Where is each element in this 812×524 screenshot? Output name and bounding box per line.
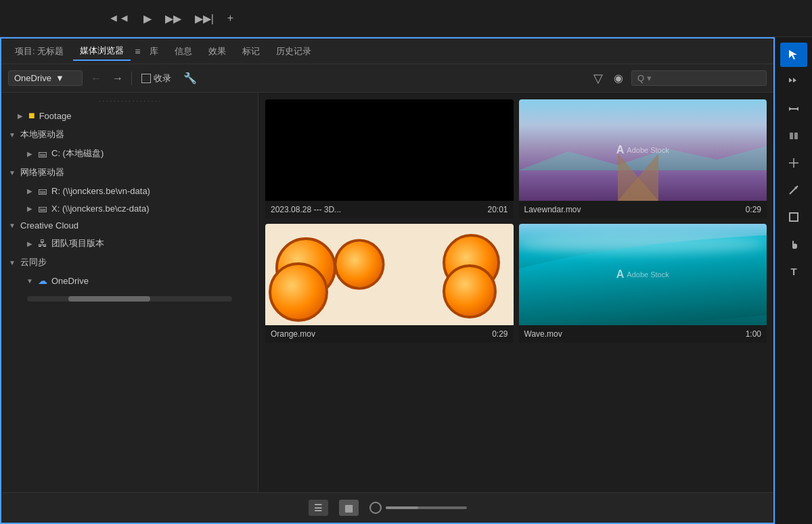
next-button[interactable]: ▶▶|	[195, 12, 214, 25]
onedrive-label: OneDrive	[51, 276, 251, 286]
local-drives-arrow-icon: ▼	[8, 131, 16, 139]
tool-ripple-edit[interactable]	[780, 97, 807, 121]
grid-view-button[interactable]: ▦	[339, 500, 359, 516]
video4-duration: 1:00	[746, 329, 761, 339]
sidebar-item-network-drives[interactable]: ▼ 网络驱动器	[1, 163, 258, 182]
thumbnail-item-video3[interactable]: Orange.mov 0:29	[265, 224, 514, 343]
back-button[interactable]: ←	[88, 71, 104, 86]
sidebar-item-c-drive[interactable]: ▶ 🖴 C: (本地磁盘)	[1, 144, 258, 163]
wave-foam	[519, 234, 767, 254]
thumbnail-meta-video4: Wave.mov 1:00	[519, 325, 767, 343]
content-area: · · · · · · · · · · · · · · · · · ▶ ■ Fo…	[1, 93, 773, 492]
sidebar-item-x-drive[interactable]: ▶ 🖴 X: (\\jonckers.be\cz-data)	[1, 199, 258, 217]
network-drives-arrow-icon: ▼	[8, 169, 16, 176]
svg-marker-5	[796, 107, 798, 111]
sidebar-item-local-drives[interactable]: ▼ 本地驱动器	[1, 125, 258, 144]
tab-history[interactable]: 历史记录	[269, 43, 318, 60]
right-toolbar: T	[775, 37, 812, 524]
rewind-button[interactable]: ◄◄	[108, 12, 130, 24]
list-view-button[interactable]: ☰	[309, 500, 328, 516]
select-icon	[788, 49, 800, 61]
type-icon: T	[790, 266, 796, 277]
forward-button[interactable]: →	[110, 71, 126, 86]
scroll-indicator: · · · · · · · · · · · · · · · · ·	[1, 96, 258, 106]
orange-circle-3	[269, 262, 328, 322]
rolling-edit-icon	[788, 130, 800, 142]
tool-type[interactable]: T	[780, 259, 807, 283]
add-button[interactable]: +	[227, 12, 233, 24]
bottom-bar: ☰ ▦	[1, 492, 773, 523]
svg-rect-6	[790, 133, 793, 139]
size-slider[interactable]	[386, 506, 467, 509]
thumbnail-image-video2: A Adobe Stock	[519, 99, 767, 201]
record-label: 收录	[154, 72, 171, 85]
x-drive-icon: 🖴	[38, 203, 47, 214]
step-forward-button[interactable]: ▶▶	[165, 12, 181, 25]
sidebar-item-creative-cloud[interactable]: ▼ Creative Cloud	[1, 217, 258, 234]
thumbnail-image-video1	[265, 99, 514, 201]
r-drive-arrow-icon: ▶	[26, 187, 34, 195]
video3-duration: 0:29	[492, 329, 508, 339]
sidebar-item-footage[interactable]: ▶ ■ Footage	[1, 106, 258, 125]
search-input[interactable]	[647, 73, 761, 83]
thumbnail-image-video3	[265, 224, 514, 325]
razor-icon	[788, 184, 800, 196]
video1-duration: 20:01	[487, 205, 508, 214]
thumbnail-item-video2[interactable]: A Adobe Stock Lavewndar.mov 0:29	[519, 99, 767, 218]
svg-marker-0	[789, 50, 797, 59]
lavender-path-right	[618, 153, 658, 201]
sidebar-item-onedrive[interactable]: ▼ ☁ OneDrive	[1, 272, 258, 289]
scrollbar-thumb	[68, 296, 150, 302]
sidebar: · · · · · · · · · · · · · · · · · ▶ ■ Fo…	[1, 93, 258, 492]
tool-rate-stretch[interactable]	[780, 151, 807, 175]
hand-icon	[788, 238, 800, 250]
tool-razor[interactable]	[780, 178, 807, 202]
r-drive-icon: 🖴	[38, 185, 47, 196]
tab-info[interactable]: 信息	[168, 43, 199, 60]
thumbnail-item-video1[interactable]: 2023.08.28 --- 3D... 20:01	[265, 99, 514, 218]
team-projects-arrow-icon: ▶	[26, 240, 34, 247]
sidebar-item-cloud-sync[interactable]: ▼ 云同步	[1, 253, 258, 272]
video1-name: 2023.08.28 --- 3D...	[271, 205, 341, 214]
thumbnail-meta-video2: Lavewndar.mov 0:29	[519, 201, 767, 218]
onedrive-arrow-icon: ▼	[26, 277, 34, 285]
sidebar-item-r-drive[interactable]: ▶ 🖴 R: (\\jonckers.be\vn-data)	[1, 182, 258, 199]
location-label: OneDrive	[14, 73, 51, 83]
cloud-sync-arrow-icon: ▼	[8, 259, 16, 266]
horizontal-scrollbar[interactable]	[27, 296, 232, 302]
cloud-sync-label: 云同步	[20, 256, 251, 268]
tab-effects[interactable]: 效果	[202, 43, 233, 60]
tool-select[interactable]	[780, 43, 807, 67]
search-box: Q	[631, 70, 767, 86]
location-dropdown[interactable]: OneDrive ▼	[8, 70, 83, 86]
orange-circle-4	[443, 264, 497, 318]
tab-markers[interactable]: 标记	[235, 43, 267, 60]
orange-art	[265, 224, 514, 325]
svg-rect-12	[790, 213, 798, 221]
tool-slip[interactable]	[780, 205, 807, 229]
c-drive-label: C: (本地磁盘)	[51, 147, 251, 160]
tab-project[interactable]: 项目: 无标题	[8, 43, 70, 60]
team-projects-icon: 🖧	[38, 238, 47, 249]
record-button[interactable]: 收录	[137, 70, 175, 87]
thumbnail-item-video4[interactable]: A Adobe Stock Wave.mov 1:00	[519, 224, 767, 343]
play-button[interactable]: ▶	[143, 12, 152, 25]
x-drive-arrow-icon: ▶	[26, 205, 34, 212]
panel-tabs: 项目: 无标题 媒体浏览器 ≡ 库 信息 效果 标记 历史记录	[1, 39, 773, 64]
wrench-icon[interactable]: 🔧	[181, 70, 200, 87]
c-drive-icon: 🖴	[38, 148, 47, 159]
tool-track-select[interactable]	[780, 70, 807, 94]
video2-name: Lavewndar.mov	[524, 205, 581, 214]
toolbar-row: OneDrive ▼ ← → 收录 🔧 ▽ ◉ Q	[1, 64, 773, 93]
filter-icon[interactable]: ▽	[591, 69, 606, 88]
thumbnail-image-video4: A Adobe Stock	[519, 224, 767, 325]
tool-rolling-edit[interactable]	[780, 124, 807, 148]
eye-icon[interactable]: ◉	[611, 70, 626, 87]
creative-cloud-arrow-icon: ▼	[8, 222, 16, 229]
lavender-art: A Adobe Stock	[519, 99, 767, 201]
tab-media-browser[interactable]: 媒体浏览器	[73, 42, 131, 61]
sidebar-item-team-projects[interactable]: ▶ 🖧 团队项目版本	[1, 234, 258, 253]
tab-library[interactable]: 库	[143, 43, 165, 60]
panel-menu-icon[interactable]: ≡	[135, 46, 140, 57]
tool-hand[interactable]	[780, 232, 807, 256]
